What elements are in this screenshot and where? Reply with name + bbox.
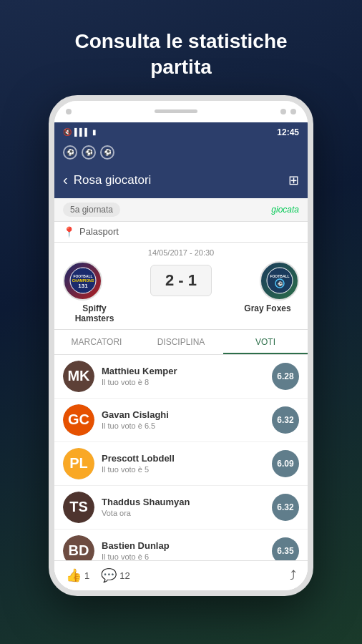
player-info: Bastien DunlapIl tuo voto è 6 [94,540,272,560]
headline: Consulta le statistiche partita [46,29,315,81]
player-row[interactable]: PLPrescott LobdellIl tuo voto è 56.09 [54,442,308,486]
toolbar-left: ‹ Rosa giocatori [63,172,151,188]
tabs-bar: MARCATORI DISCIPLINA VOTI [54,330,308,355]
venue-icon: 📍 [63,226,75,238]
share-action[interactable]: ⤴ [290,568,296,583]
phone-speaker [155,109,197,113]
comment-count: 12 [119,570,129,581]
player-name: Gavan Cislaghi [102,409,272,420]
player-avatar-initials: BD [63,535,94,560]
signal-mute-icon: 🔇 [63,128,72,136]
tab-marcatori[interactable]: MARCATORI [54,330,139,354]
teams-names: Spiffy Hamsters Gray Foxes [63,301,299,323]
away-team-logo: FOOTBALL ⚽ [260,261,299,301]
status-time: 12:45 [277,127,299,137]
status-icons-left: 🔇 ▌▌▌ ▮ [63,128,97,136]
match-header: 14/05/2017 - 20:30 FOOTBALL CHAMPIONS 13… [54,243,308,330]
match-teams: FOOTBALL CHAMPIONS 131 2 - 1 FOOTBALL ⚽ [63,261,299,301]
player-row[interactable]: TSThaddus ShaumyanVota ora6.32 [54,486,308,530]
player-vote-label: Il tuo voto è 5 [102,465,272,474]
home-team-name: Spiffy Hamsters [66,303,123,323]
like-count: 1 [84,570,89,581]
like-icon: 👍 [66,567,82,583]
back-button[interactable]: ‹ [63,172,68,188]
player-row[interactable]: MKMatthieu KemperIl tuo voto è 86.28 [54,355,308,399]
tab-disciplina[interactable]: DISCIPLINA [139,330,223,354]
match-content: 5a giornata giocata 📍 Palasport 14/05/20… [54,198,308,590]
battery-icon: ▮ [92,128,97,136]
vote-badge: 6.35 [272,537,299,560]
phone-dot-right-2 [290,109,296,114]
svg-text:131: 131 [78,283,88,289]
phone-dot-left [66,109,72,114]
phone-top-bar [54,101,308,122]
player-avatar: MK [63,361,94,392]
player-row[interactable]: BDBastien DunlapIl tuo voto è 66.35 [54,530,308,560]
signal-bars-icon: ▌▌▌ [74,128,89,136]
vote-badge: 6.32 [272,406,299,434]
players-list: MKMatthieu KemperIl tuo voto è 86.28GCGa… [54,355,308,560]
player-name: Matthieu Kemper [102,366,272,376]
player-avatar-initials: TS [63,492,94,523]
svg-text:FOOTBALL: FOOTBALL [270,274,289,278]
svg-point-4 [267,268,293,293]
phone-dots-right [280,109,296,114]
player-avatar-initials: GC [63,404,94,436]
svg-text:⚽: ⚽ [277,281,283,287]
player-avatar: PL [63,448,94,479]
toolbar: ‹ Rosa giocatori ⊞ [54,162,308,198]
phone-mockup: 🔇 ▌▌▌ ▮ 12:45 ⚽ ⚽ ⚽ ‹ Rosa giocatori ⊞ 5… [49,95,313,596]
app-icons-bar: ⚽ ⚽ ⚽ [54,142,308,162]
toolbar-title: Rosa giocatori [74,173,152,187]
player-avatar-initials: PL [63,448,94,479]
player-vote-label: Vota ora [102,509,272,517]
away-team-name: Gray Foxes [239,303,296,323]
home-team-logo: FOOTBALL CHAMPIONS 131 [63,261,102,301]
player-avatar: GC [63,404,94,436]
player-avatar: TS [63,492,94,523]
match-date: 14/05/2017 - 20:30 [63,248,299,257]
vote-badge: 6.32 [272,494,299,521]
player-vote-label: Il tuo voto è 6 [102,552,272,560]
vote-badge: 6.09 [272,450,299,477]
phone-dot-right-1 [280,109,286,114]
app-icon-1: ⚽ [63,145,77,160]
player-info: Thaddus ShaumyanVota ora [94,497,272,517]
comment-action[interactable]: 💬 12 [101,567,129,583]
comment-icon: 💬 [101,567,117,583]
giocata-badge: giocata [271,205,299,215]
player-name: Prescott Lobdell [102,453,272,464]
vote-badge: 6.28 [272,363,299,390]
match-score: 2 - 1 [150,265,212,296]
player-vote-label: Il tuo voto è 6.5 [102,421,272,430]
share-icon: ⤴ [290,568,296,583]
grid-menu-button[interactable]: ⊞ [288,172,299,188]
player-name: Thaddus Shaumyan [102,497,272,507]
player-info: Gavan CislaghiIl tuo voto è 6.5 [94,409,272,430]
player-avatar-initials: MK [63,361,94,392]
status-bar: 🔇 ▌▌▌ ▮ 12:45 [54,122,308,142]
player-info: Prescott LobdellIl tuo voto è 5 [94,453,272,474]
app-icon-2: ⚽ [82,145,96,160]
giornata-bar: 5a giornata giocata [54,198,308,222]
giornata-label: 5a giornata [63,203,120,217]
tab-voti[interactable]: VOTI [223,330,308,354]
player-name: Bastien Dunlap [102,540,272,551]
venue-bar: 📍 Palasport [54,222,308,243]
player-vote-label: Il tuo voto è 8 [102,378,272,386]
venue-name: Palasport [79,226,119,237]
player-info: Matthieu KemperIl tuo voto è 8 [94,366,272,386]
like-action[interactable]: 👍 1 [66,567,89,583]
player-row[interactable]: GCGavan CislaghiIl tuo voto è 6.56.32 [54,399,308,442]
bottom-bar: 👍 1 💬 12 ⤴ [54,560,308,590]
player-avatar: BD [63,535,94,560]
app-icon-3: ⚽ [100,145,114,160]
